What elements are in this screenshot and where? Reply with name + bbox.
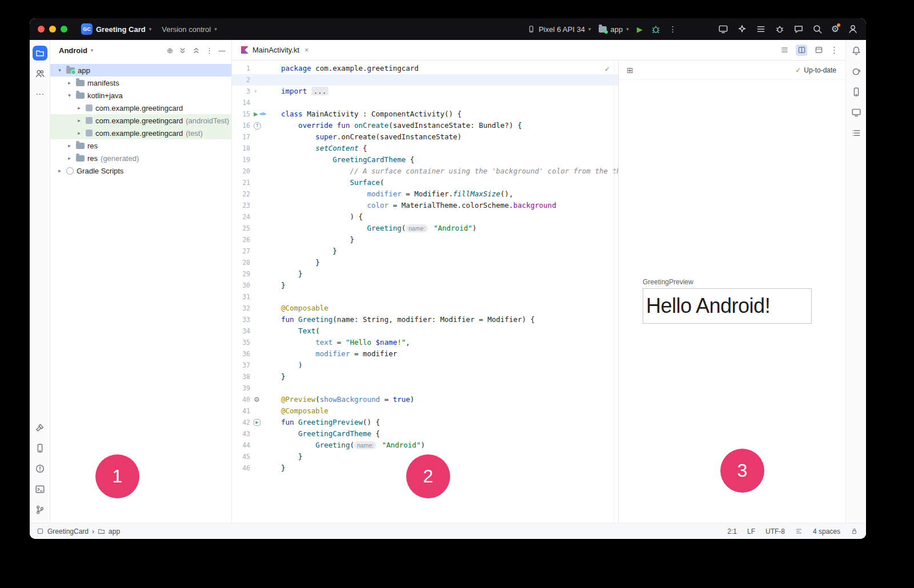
gutter[interactable] xyxy=(250,462,267,474)
close-window-button[interactable] xyxy=(38,26,45,33)
tree-item-com-example-greetingcard-androidtest[interactable]: ▸com.example.greetingcard (androidTest) xyxy=(50,114,231,127)
gutter[interactable] xyxy=(250,154,267,166)
gutter[interactable] xyxy=(250,382,267,394)
search-icon[interactable] xyxy=(812,24,823,34)
device-explorer-icon[interactable] xyxy=(35,443,45,456)
code-line[interactable]: 27 } xyxy=(232,245,618,257)
gutter[interactable] xyxy=(250,348,267,360)
gutter[interactable]: ▶ xyxy=(250,417,267,428)
code-line[interactable]: 34 Text( xyxy=(232,325,618,337)
line-separator-widget[interactable]: LF xyxy=(747,527,755,535)
project-widget[interactable]: GC Greeting Card ▾ xyxy=(81,23,151,35)
close-tab-icon[interactable]: × xyxy=(304,46,309,54)
tree-item-res[interactable]: ▸res xyxy=(50,139,231,152)
gutter[interactable]: ▶</> xyxy=(250,108,267,120)
tree-item-gradle-scripts[interactable]: ▸Gradle Scripts xyxy=(50,164,231,177)
gutter[interactable] xyxy=(250,131,267,143)
code-line[interactable]: 36 modifier = modifier xyxy=(232,348,618,360)
running-devices-icon[interactable] xyxy=(851,107,861,120)
code-line[interactable]: 32@Composable xyxy=(232,303,618,314)
code-line[interactable]: 21 Surface( xyxy=(232,177,618,188)
code-line[interactable]: 3›import ... xyxy=(232,86,618,97)
gutter[interactable] xyxy=(250,360,267,371)
gradle-icon[interactable] xyxy=(851,66,861,79)
indent-widget[interactable]: 4 spaces xyxy=(813,527,840,535)
code-line[interactable]: 19 GreetingCardTheme { xyxy=(232,154,618,166)
chevron-right-icon[interactable]: ▸ xyxy=(66,80,73,86)
gutter[interactable] xyxy=(250,211,267,223)
todo-list-icon[interactable] xyxy=(756,24,766,34)
tree-item-com-example-greetingcard-test[interactable]: ▸com.example.greetingcard (test) xyxy=(50,127,231,139)
gutter[interactable] xyxy=(250,303,267,314)
code-line[interactable]: 16↑ override fun onCreate(savedInstanceS… xyxy=(232,120,618,131)
run-button[interactable]: ▶ xyxy=(637,25,643,34)
gutter[interactable]: › xyxy=(250,86,267,97)
gutter[interactable] xyxy=(250,63,267,74)
gutter[interactable] xyxy=(250,166,267,177)
preview-run-gutter-icon[interactable]: ▶ xyxy=(254,419,260,426)
code-line[interactable]: 43 GreetingCardTheme { xyxy=(232,428,618,440)
code-line[interactable]: 24 ) { xyxy=(232,211,618,223)
gutter[interactable] xyxy=(250,188,267,200)
editor-design-view-icon[interactable] xyxy=(813,45,824,56)
editor-scrollbar[interactable] xyxy=(614,61,618,523)
gutter[interactable] xyxy=(250,371,267,382)
code-line[interactable]: 35 text = "Hello $name!", xyxy=(232,337,618,348)
gutter[interactable] xyxy=(250,245,267,257)
notifications-bell-icon[interactable] xyxy=(851,46,861,58)
code-line[interactable]: 40⚙@Preview(showBackground = true) xyxy=(232,394,618,405)
code-line[interactable]: 44 Greeting(name: "Android") xyxy=(232,440,618,451)
gutter[interactable] xyxy=(250,234,267,245)
gutter[interactable] xyxy=(250,97,267,108)
tree-item-com-example-greetingcard[interactable]: ▸com.example.greetingcard xyxy=(50,102,231,114)
more-options-icon[interactable]: ⋮ xyxy=(206,46,213,55)
tree-item-app[interactable]: ▾app xyxy=(50,64,231,76)
chevron-down-icon[interactable]: ▾ xyxy=(56,67,63,73)
chevron-right-icon[interactable]: ▸ xyxy=(66,143,73,148)
chevron-right-icon[interactable]: ▸ xyxy=(56,168,63,174)
code-line[interactable]: 1package com.example.greetingcard xyxy=(232,63,618,74)
structure-icon[interactable] xyxy=(851,128,861,140)
code-line[interactable]: 17 super.onCreate(savedInstanceState) xyxy=(232,131,618,143)
code-line[interactable]: 20 // A surface container using the 'bac… xyxy=(232,166,618,177)
terminal-icon[interactable] xyxy=(35,484,45,497)
editor-code-view-icon[interactable] xyxy=(779,45,790,56)
gutter[interactable] xyxy=(250,405,267,417)
project-view-mode[interactable]: Android xyxy=(59,46,87,55)
tab-mainactivity[interactable]: MainActivity.kt × xyxy=(238,40,312,60)
code-line[interactable]: 23 color = MaterialTheme.colorScheme.bac… xyxy=(232,200,618,211)
tree-item-res-generated[interactable]: ▸res (generated) xyxy=(50,152,231,164)
run-gutter-icon[interactable]: ▶ xyxy=(254,108,258,120)
problems-icon[interactable] xyxy=(35,464,45,476)
chevron-right-icon[interactable]: ▸ xyxy=(75,105,83,111)
locate-file-icon[interactable]: ⊕ xyxy=(167,46,173,55)
code-line[interactable]: 28 } xyxy=(232,257,618,268)
chevron-down-icon[interactable]: ▾ xyxy=(91,47,94,53)
gutter[interactable] xyxy=(250,337,267,348)
override-gutter-icon[interactable]: ↑ xyxy=(254,122,261,130)
build-icon[interactable] xyxy=(35,422,45,435)
inspection-ok-icon[interactable]: ✓ xyxy=(604,65,610,73)
expand-all-icon[interactable] xyxy=(178,46,187,55)
breadcrumb-module[interactable]: app xyxy=(109,527,120,535)
code-line[interactable]: 26 } xyxy=(232,234,618,245)
gear-gutter-icon[interactable]: ⚙ xyxy=(254,394,260,405)
device-selector[interactable]: Pixel 6 API 34 ▾ xyxy=(527,25,591,34)
code-line[interactable]: 37 ) xyxy=(232,360,618,371)
code-line[interactable]: 33fun Greeting(name: String, modifier: M… xyxy=(232,314,618,325)
code-line[interactable]: 31 xyxy=(232,291,618,303)
debug-button[interactable] xyxy=(651,24,661,34)
more-tool-windows-icon[interactable]: ⋯ xyxy=(35,89,44,99)
device-mirroring-icon[interactable] xyxy=(718,24,728,34)
gutter[interactable] xyxy=(250,451,267,462)
gutter[interactable] xyxy=(250,268,267,280)
chevron-right-icon[interactable]: ▸ xyxy=(75,130,83,136)
ai-actions-icon[interactable] xyxy=(737,24,747,34)
tree-item-kotlin-java[interactable]: ▾kotlin+java xyxy=(50,89,231,102)
chevron-right-icon[interactable]: ▸ xyxy=(66,155,73,161)
account-icon[interactable] xyxy=(848,24,858,34)
lock-icon[interactable] xyxy=(851,527,858,535)
code-line[interactable]: 22 modifier = Modifier.fillMaxSize(), xyxy=(232,188,618,200)
hide-panel-icon[interactable]: — xyxy=(218,46,226,55)
version-control-icon[interactable] xyxy=(35,505,45,517)
